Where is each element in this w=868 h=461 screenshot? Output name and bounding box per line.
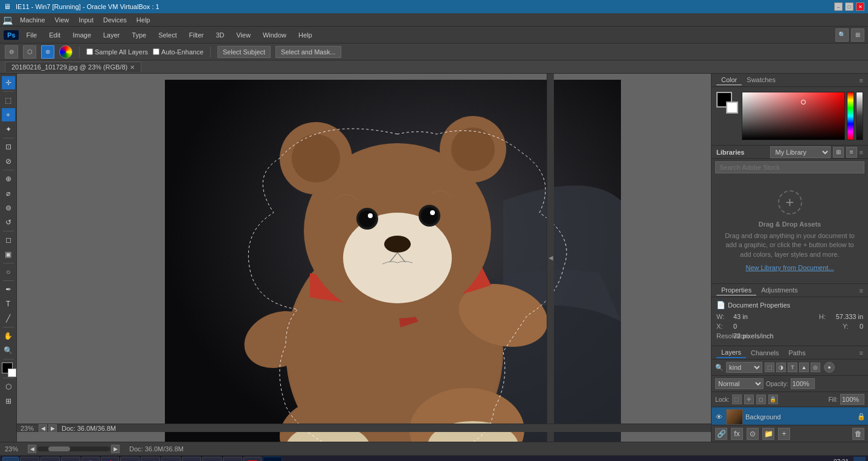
color-panel-menu[interactable]: ≡ [860, 77, 863, 84]
blend-mode-select[interactable]: Normal [715, 378, 764, 389]
lock-artboard-btn[interactable]: ◻ [756, 395, 766, 404]
color-swatches[interactable] [716, 92, 738, 114]
crop-tool[interactable]: ⊡ [2, 140, 15, 153]
dodge-tool[interactable]: ○ [2, 265, 15, 279]
panel-collapse-handle[interactable]: ◀ [547, 74, 554, 442]
quick-select-tool[interactable]: ✦ [2, 123, 15, 136]
move-tool[interactable]: ✛ [2, 76, 15, 89]
vb-menu-input[interactable]: Input [74, 15, 98, 25]
bg-color[interactable] [726, 102, 738, 114]
fg-color-swatch[interactable] [2, 363, 15, 376]
polygonal-lasso-icon[interactable]: ⬡ [23, 45, 36, 59]
opacity-input[interactable] [791, 378, 815, 389]
select-and-mask-btn[interactable]: Select and Mask... [275, 46, 341, 58]
healing-tool[interactable]: ⊕ [2, 172, 15, 185]
tab-layers[interactable]: Layers [716, 347, 746, 358]
link-layers-btn[interactable]: 🔗 [715, 428, 727, 440]
tab-channels[interactable]: Channels [746, 348, 783, 358]
ps-menu-select[interactable]: Select [153, 30, 182, 40]
vb-menu-help[interactable]: Help [132, 15, 155, 25]
hue-bar[interactable] [847, 92, 854, 140]
ps-menu-window[interactable]: Window [258, 30, 291, 40]
quick-mask-btn[interactable]: ⬡ [2, 380, 15, 393]
select-subject-btn[interactable]: Select Subject [217, 46, 271, 58]
tab-color[interactable]: Color [716, 75, 742, 85]
marquee-tool[interactable]: ⬚ [2, 94, 15, 107]
ps-menu-view[interactable]: View [231, 30, 256, 40]
lock-position-btn[interactable]: ✛ [744, 395, 754, 404]
magnetic-lasso-icon[interactable]: ⊕ [41, 45, 54, 59]
sample-all-layers-check[interactable]: Sample All Layers [86, 48, 148, 56]
lasso-tool-icon[interactable]: ⊖ [5, 45, 18, 59]
tb-chrome[interactable] [101, 457, 119, 462]
minimize-btn[interactable]: – [834, 2, 843, 11]
ps-menu-filter[interactable]: Filter [184, 30, 208, 40]
filter-type-select[interactable]: kind [726, 362, 762, 373]
hand-tool[interactable]: ✋ [2, 329, 15, 343]
filter-text-icon[interactable]: T [788, 363, 797, 372]
tab-properties[interactable]: Properties [716, 285, 756, 295]
show-desktop-btn[interactable]: | [854, 457, 866, 462]
libraries-menu[interactable]: ≡ [860, 149, 863, 156]
scroll-track[interactable] [37, 446, 110, 451]
ps-menu-3d[interactable]: 3D [211, 30, 229, 40]
scroll-left-btn[interactable]: ◀ [28, 445, 36, 453]
tb-powerpoint[interactable]: P [202, 457, 222, 462]
canvas-area[interactable]: ◀ 23% ◀ ▶ Doc: 36.0M/36.8M [17, 74, 711, 442]
text-tool[interactable]: T [2, 297, 15, 311]
scroll-right-btn[interactable]: ▶ [111, 445, 120, 453]
start-button[interactable]: ⊞ [2, 457, 19, 462]
brush-tool[interactable]: ⌀ [2, 187, 15, 200]
add-style-btn[interactable]: fx [731, 428, 743, 440]
lib-grid-view[interactable]: ⊞ [833, 147, 844, 158]
fill-input[interactable] [840, 394, 864, 405]
eyedropper-tool[interactable]: ⊘ [2, 155, 15, 168]
clone-tool[interactable]: ⊚ [2, 201, 15, 214]
tb-outlook[interactable]: O [182, 457, 201, 462]
layer-row[interactable]: 👁 Background 🔒 [712, 407, 868, 425]
filter-toggle[interactable]: ● [824, 362, 835, 373]
ps-menu-help[interactable]: Help [294, 30, 317, 40]
color-field[interactable] [742, 92, 845, 140]
tb-excel[interactable]: X [141, 457, 160, 462]
lib-new-link[interactable]: New Library from Document... [745, 264, 834, 271]
new-layer-btn[interactable]: + [778, 428, 790, 440]
libraries-search-input[interactable] [715, 161, 864, 173]
properties-menu[interactable]: ≡ [860, 287, 863, 294]
ps-menu-file[interactable]: File [21, 30, 42, 40]
history-brush-tool[interactable]: ↺ [2, 216, 15, 229]
tb-photoshop[interactable]: Ps [263, 457, 282, 462]
tab-adjustments[interactable]: Adjustments [756, 285, 803, 295]
prev-btn[interactable]: ◀ [39, 424, 47, 433]
add-mask-btn[interactable]: ⊙ [747, 428, 759, 440]
search-icon-btn[interactable]: 🔍 [835, 28, 849, 42]
tb-onenote[interactable]: N [161, 457, 181, 462]
lasso-tool[interactable]: ⌖ [2, 108, 15, 121]
filter-smart-icon[interactable]: ◎ [811, 363, 820, 372]
lock-pixels-btn[interactable]: ⬚ [732, 395, 742, 404]
eraser-tool[interactable]: ◻ [2, 233, 15, 247]
lib-add-icon[interactable]: + [778, 190, 802, 214]
filter-pixel-icon[interactable]: ⬚ [765, 363, 774, 372]
screen-mode-btn[interactable]: ⊞ [2, 395, 15, 408]
ps-menu-edit[interactable]: Edit [44, 30, 65, 40]
zoom-tool[interactable]: 🔍 [2, 344, 15, 357]
layers-menu[interactable]: ≡ [860, 349, 863, 356]
next-btn[interactable]: ▶ [48, 424, 57, 433]
vb-menu-view[interactable]: View [50, 15, 74, 25]
new-group-btn[interactable]: 📁 [762, 428, 774, 440]
tab-swatches[interactable]: Swatches [742, 75, 780, 85]
tb-ie[interactable]: e [20, 457, 39, 462]
tb-media[interactable]: ▶ [61, 457, 80, 462]
tab-paths[interactable]: Paths [784, 348, 811, 358]
auto-enhance-check[interactable]: Auto-Enhance [153, 48, 204, 56]
lock-all-btn[interactable]: 🔒 [768, 395, 778, 404]
color-mode-btn[interactable] [59, 45, 72, 59]
ps-menu-layer[interactable]: Layer [98, 30, 125, 40]
tb-word[interactable]: W [223, 457, 242, 462]
gradient-tool[interactable]: ▣ [2, 248, 15, 261]
vb-menu-devices[interactable]: Devices [98, 15, 132, 25]
close-btn[interactable]: ✕ [856, 2, 864, 11]
workspace-btn[interactable]: ⊞ [851, 28, 864, 42]
tb-explorer[interactable]: 📁 [40, 457, 60, 462]
